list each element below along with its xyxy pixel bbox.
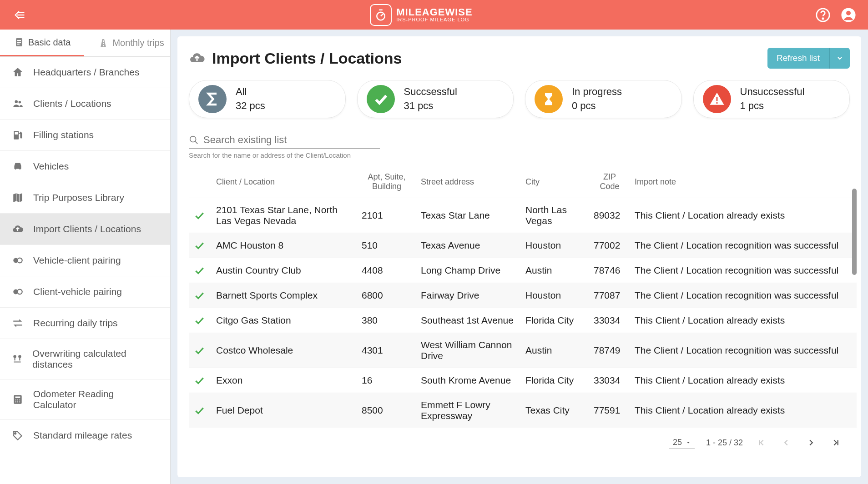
- svg-point-32: [15, 433, 16, 434]
- sidebar-item-tag[interactable]: Standard mileage rates: [0, 420, 170, 451]
- search-input[interactable]: [203, 134, 380, 146]
- sidebar-item-calc[interactable]: Odometer Reading Calculator: [0, 379, 170, 420]
- cell-client: Fuel Depot: [212, 393, 357, 428]
- page-size-select[interactable]: 25: [669, 436, 695, 449]
- sidebar-item-upload[interactable]: Import Clients / Locations: [0, 214, 170, 245]
- refresh-list-button[interactable]: Refresh list: [767, 48, 829, 69]
- sidebar-item-home[interactable]: Headquarters / Branches: [0, 57, 170, 88]
- svg-rect-10: [103, 43, 104, 44]
- upload-icon: [11, 223, 24, 235]
- svg-point-23: [18, 355, 21, 358]
- sidebar-item-car[interactable]: Vehicles: [0, 151, 170, 182]
- page-title: Import Clients / Locations: [189, 50, 402, 67]
- sidebar-item-map[interactable]: Trip Purposes Library: [0, 182, 170, 214]
- search-box[interactable]: [189, 132, 380, 149]
- svg-point-4: [846, 10, 851, 15]
- sidebar-item-fuel[interactable]: Filling stations: [0, 120, 170, 151]
- svg-point-17: [19, 168, 20, 170]
- stat-unsuccessful[interactable]: Unsuccsessful1 pcs: [693, 80, 850, 118]
- scrollbar[interactable]: [852, 189, 857, 275]
- table-row[interactable]: Fuel Depot8500Emmett F Lowry ExpresswayT…: [189, 393, 857, 428]
- col-city: City: [521, 166, 589, 198]
- stat-successful[interactable]: Succsessful31 pcs: [357, 80, 514, 118]
- clipboard-icon: [14, 37, 25, 48]
- cell-apt: 510: [357, 233, 416, 258]
- stat-in-progress[interactable]: In progress0 pcs: [525, 80, 682, 118]
- repeat-icon: [11, 317, 24, 329]
- stat-all[interactable]: All32 pcs: [189, 80, 346, 118]
- cell-street: Emmett F Lowry Expressway: [416, 393, 521, 428]
- svg-rect-15: [15, 132, 18, 135]
- success-check-icon: [193, 374, 207, 386]
- cell-client: Citgo Gas Station: [212, 308, 357, 333]
- page-first-button[interactable]: [754, 436, 768, 449]
- cell-apt: 380: [357, 308, 416, 333]
- sidebar-item-pair[interactable]: Vehicle-client pairing: [0, 245, 170, 276]
- table-row[interactable]: Exxon16South Krome AvenueFlorida City330…: [189, 368, 857, 393]
- dropdown-icon: [686, 440, 691, 445]
- sigma-icon: [198, 85, 227, 113]
- cell-note: The Client / Location recognition was su…: [630, 233, 857, 258]
- cell-client: Austin Country Club: [212, 258, 357, 283]
- table-row[interactable]: Austin Country Club4408Long Champ DriveA…: [189, 258, 857, 283]
- table-row[interactable]: 2101 Texas Star Lane, North Las Vegas Ne…: [189, 198, 857, 233]
- cell-apt: 8500: [357, 393, 416, 428]
- sidebar-item-label: Recurring daily trips: [33, 318, 118, 329]
- car-icon: [11, 160, 24, 173]
- table-row[interactable]: AMC Houston 8510Texas AvenueHouston77002…: [189, 233, 857, 258]
- cell-client: Costco Wholesale: [212, 333, 357, 368]
- cell-client: Barnett Sports Complex: [212, 283, 357, 308]
- success-check-icon: [193, 344, 207, 356]
- collapse-sidebar-button[interactable]: [11, 7, 28, 23]
- help-button[interactable]: [815, 7, 831, 23]
- svg-point-31: [19, 401, 20, 402]
- hourglass-icon: [535, 85, 563, 113]
- fuel-icon: [11, 129, 24, 141]
- cell-city: Houston: [521, 233, 589, 258]
- cell-street: Long Champ Drive: [416, 258, 521, 283]
- tab-basic-data[interactable]: Basic data: [0, 30, 84, 56]
- svg-rect-7: [17, 42, 21, 43]
- sidebar-item-people[interactable]: Clients / Locations: [0, 88, 170, 120]
- svg-point-16: [15, 168, 16, 170]
- table-row[interactable]: Citgo Gas Station380Southeast 1st Avenue…: [189, 308, 857, 333]
- check-icon: [367, 85, 395, 113]
- svg-point-28: [19, 399, 20, 400]
- cell-street: Fairway Drive: [416, 283, 521, 308]
- cell-client: 2101 Texas Star Lane, North Las Vegas Ne…: [212, 198, 357, 233]
- topbar: MILEAGEWISE IRS-PROOF MILEAGE LOG: [0, 0, 868, 30]
- cell-note: The Client / Location recognition was su…: [630, 333, 857, 368]
- sidebar-item-pair[interactable]: Client-vehicle pairing: [0, 276, 170, 308]
- sidebar-item-label: Trip Purposes Library: [33, 192, 124, 203]
- sidebar-item-repeat[interactable]: Recurring daily trips: [0, 308, 170, 339]
- svg-rect-11: [103, 45, 104, 46]
- cell-city: Austin: [521, 258, 589, 283]
- cell-city: North Las Vegas: [521, 198, 589, 233]
- col-zip: ZIP Code: [589, 166, 630, 198]
- cell-city: Houston: [521, 283, 589, 308]
- cell-client: AMC Houston 8: [212, 233, 357, 258]
- page-next-button[interactable]: [804, 436, 818, 449]
- page-last-button[interactable]: [829, 436, 843, 449]
- svg-point-2: [823, 18, 823, 19]
- page-prev-button[interactable]: [779, 436, 793, 449]
- tab-monthly-trips[interactable]: Monthly trips: [84, 30, 177, 56]
- table-row[interactable]: Costco Wholesale4301West William Cannon …: [189, 333, 857, 368]
- svg-point-13: [19, 101, 21, 103]
- cell-street: Texas Star Lane: [416, 198, 521, 233]
- cell-street: Southeast 1st Avenue: [416, 308, 521, 333]
- cell-note: This Client / Location already exists: [630, 308, 857, 333]
- sidebar-item-label: Vehicle-client pairing: [33, 255, 121, 266]
- cell-note: This Client / Location already exists: [630, 198, 857, 233]
- page-range: 1 - 25 / 32: [706, 438, 743, 448]
- col-note: Import note: [630, 166, 857, 198]
- pair-icon: [11, 254, 24, 267]
- refresh-dropdown-button[interactable]: [829, 48, 850, 69]
- cell-apt: 2101: [357, 198, 416, 233]
- table-row[interactable]: Barnett Sports Complex6800Fairway DriveH…: [189, 283, 857, 308]
- account-button[interactable]: [840, 7, 857, 23]
- sidebar-item-label: Odometer Reading Calculator: [33, 389, 159, 410]
- tag-icon: [11, 429, 24, 442]
- cell-zip: 77002: [589, 233, 630, 258]
- sidebar-item-pins[interactable]: Overwriting calculated distances: [0, 339, 170, 379]
